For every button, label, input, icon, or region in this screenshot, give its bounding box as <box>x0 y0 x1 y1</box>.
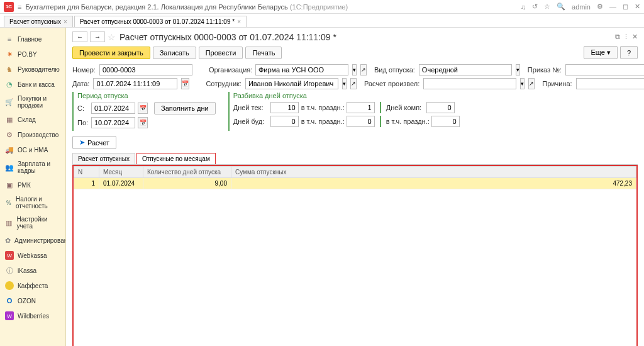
app-title: Бухгалтерия для Беларуси, редакция 2.1. … <box>25 3 348 11</box>
calculate-button[interactable]: ➤ Расчет <box>72 136 116 149</box>
sidebar-item-ozon[interactable]: OOZON <box>0 293 65 308</box>
hol2-input[interactable] <box>347 116 375 127</box>
tab-document[interactable]: Расчет отпускных 0000-0003 от 01.07.2024… <box>74 16 247 27</box>
sidebar-item-production[interactable]: ⚙Производство <box>0 127 65 142</box>
reason-label: Причина: <box>542 80 572 87</box>
sidebar-item-ikassa[interactable]: ⓘiKassa <box>0 263 65 278</box>
table-row[interactable]: 1 01.07.2024 9,00 472,23 <box>74 178 636 189</box>
subtabs: Расчет отпускных Отпускные по месяцам <box>72 153 638 165</box>
sidebar-item-assets[interactable]: 🚚ОС и НМА <box>0 142 65 157</box>
calc-by-input[interactable] <box>423 78 516 89</box>
days-comp-input[interactable] <box>426 102 455 113</box>
document-title: Расчет отпускных 0000-0003 от 01.07.2024… <box>119 32 336 42</box>
close-icon[interactable]: ✕ <box>635 3 640 11</box>
favorite-icon[interactable]: ☆ <box>544 3 550 11</box>
tab-list[interactable]: Расчет отпускных× <box>4 16 73 27</box>
sidebar-item-trade[interactable]: 🛒Покупки и продажи <box>0 92 65 112</box>
reason-input[interactable] <box>576 78 644 89</box>
sidebar-item-webkassa[interactable]: WWebkassa <box>0 248 65 263</box>
org-open-icon[interactable]: ↗ <box>360 64 367 75</box>
sidebar-item-tax[interactable]: ％Налоги и отчетность <box>0 193 65 213</box>
open-new-window-icon[interactable]: ⧉ <box>615 33 620 41</box>
sidebar-item-manager[interactable]: ♞Руководителю <box>0 62 65 77</box>
sidebar-item-kaffesta[interactable]: Каффеста <box>0 278 65 293</box>
nav-forward[interactable]: → <box>90 31 105 42</box>
sidebar-item-poby[interactable]: ✷PO.BY <box>0 47 65 62</box>
write-button[interactable]: Записать <box>153 47 196 59</box>
calc-by-label: Расчет произвел: <box>364 80 419 87</box>
topbar-right: ♫ ↺ ☆ 🔍 admin ⚙ — ◻ ✕ <box>521 3 640 11</box>
col-qty[interactable]: Количество дней отпуска <box>143 167 231 178</box>
from-input[interactable] <box>91 103 135 114</box>
date-picker-icon[interactable]: 📅 <box>181 78 189 89</box>
fill-days-button[interactable]: Заполнить дни <box>154 102 216 114</box>
sidebar-item-wildberries[interactable]: WWildberries <box>0 308 65 323</box>
sidebar: ≡Главное ✷PO.BY ♞Руководителю ◔Банк и ка… <box>0 28 66 346</box>
user-label[interactable]: admin <box>572 3 591 11</box>
menu-icon[interactable]: ≡ <box>18 3 21 11</box>
sidebar-item-bank[interactable]: ◔Банк и касса <box>0 77 65 92</box>
period-section: Период отпуска С: 📅 Заполнить дни По: 📅 … <box>72 92 638 131</box>
form-row-1: Номер: Организация: ▾ ↗ Вид отпуска: ▾ П… <box>72 64 638 75</box>
sidebar-item-hr[interactable]: 👥Зарплата и кадры <box>0 157 65 177</box>
more-button[interactable]: Еще ▾ <box>584 46 617 59</box>
nav-back[interactable]: ← <box>72 31 87 42</box>
minimize-icon[interactable]: — <box>609 3 616 11</box>
help-button[interactable]: ? <box>620 46 638 59</box>
calc-by-select-icon[interactable]: ▾ <box>520 78 525 89</box>
post-button[interactable]: Провести <box>199 47 243 59</box>
org-input[interactable] <box>255 64 348 75</box>
date-input[interactable] <box>93 78 177 89</box>
kind-select-icon[interactable]: ▾ <box>516 64 520 75</box>
kebab-icon[interactable]: ⋮ <box>623 33 630 41</box>
days-cur-input[interactable] <box>270 102 299 113</box>
to-picker-icon[interactable]: 📅 <box>138 117 148 128</box>
tab-close[interactable]: × <box>237 18 241 25</box>
close-doc-icon[interactable]: ✕ <box>632 33 638 41</box>
order-input[interactable] <box>565 64 644 75</box>
sidebar-item-home[interactable]: ≡Главное <box>0 31 65 47</box>
breakdown-title: Разбивка дней отпуска <box>233 92 460 99</box>
doc-header: ← → ☆ Расчет отпускных 0000-0003 от 01.0… <box>72 31 638 42</box>
kind-label: Вид отпуска: <box>374 66 415 74</box>
col-n[interactable]: N <box>74 167 99 178</box>
empl-open-icon[interactable]: ↗ <box>350 78 357 89</box>
table-wrap: N Месяц Количество дней отпуска Сумма от… <box>72 165 638 346</box>
post-close-button[interactable]: Провести и закрыть <box>72 47 150 59</box>
favorite-star-icon[interactable]: ☆ <box>108 32 116 42</box>
subtab-by-month[interactable]: Отпускные по месяцам <box>136 153 216 164</box>
form-row-2: Дата: 📅 Сотрудник: ▾ ↗ Расчет произвел: … <box>72 78 638 89</box>
sidebar-item-settings[interactable]: ▥Настройки учета <box>0 213 65 233</box>
org-select-icon[interactable]: ▾ <box>352 64 357 75</box>
calc-by-open-icon[interactable]: ↗ <box>528 78 535 89</box>
sidebar-item-rmk[interactable]: ▣РМК <box>0 177 65 193</box>
hol1-input[interactable] <box>347 102 375 113</box>
number-input[interactable] <box>99 64 192 75</box>
empl-input[interactable] <box>245 78 338 89</box>
months-table[interactable]: N Месяц Количество дней отпуска Сумма от… <box>74 166 636 189</box>
col-month[interactable]: Месяц <box>99 167 143 178</box>
hol3-input[interactable] <box>431 116 460 127</box>
col-sum[interactable]: Сумма отпускных <box>231 167 636 178</box>
settings-icon[interactable]: ⚙ <box>597 3 603 11</box>
kind-input[interactable] <box>419 64 512 75</box>
empl-label: Сотрудник: <box>206 80 242 87</box>
history-icon[interactable]: ↺ <box>532 3 538 11</box>
sidebar-item-admin[interactable]: ✿Администрирование <box>0 233 65 248</box>
bell-icon[interactable]: ♫ <box>521 3 526 11</box>
to-input[interactable] <box>91 117 135 128</box>
tab-close[interactable]: × <box>64 18 67 25</box>
window-icon[interactable]: ◻ <box>623 3 628 11</box>
print-button[interactable]: Печать <box>245 47 282 59</box>
empl-select-icon[interactable]: ▾ <box>342 78 347 89</box>
topbar: 1C ≡ Бухгалтерия для Беларуси, редакция … <box>0 0 644 14</box>
sidebar-item-stock[interactable]: ▦Склад <box>0 112 65 127</box>
days-comp-label: Дней комп: <box>386 104 424 111</box>
from-picker-icon[interactable]: 📅 <box>138 103 148 114</box>
subtab-calc[interactable]: Расчет отпускных <box>72 153 135 164</box>
search-icon[interactable]: 🔍 <box>557 3 565 11</box>
hol1-label: в т.ч. праздн.: <box>301 104 344 111</box>
days-fut-input[interactable] <box>270 116 299 127</box>
period-block: Период отпуска С: 📅 Заполнить дни По: 📅 <box>72 92 216 131</box>
hol3-label: в т.ч. праздн.: <box>386 118 429 125</box>
